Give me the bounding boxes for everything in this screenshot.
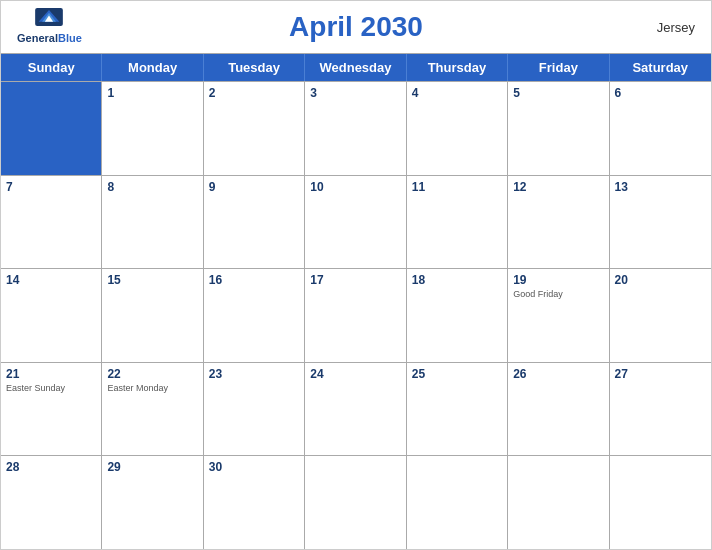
day-cell: 24: [305, 363, 406, 456]
day-number: 5: [513, 86, 603, 100]
day-cell: 11: [407, 176, 508, 269]
day-number: 25: [412, 367, 502, 381]
day-number: 27: [615, 367, 706, 381]
day-number: 4: [412, 86, 502, 100]
day-cell: 5: [508, 82, 609, 175]
calendar-header: GeneralBlue April 2030 Jersey: [1, 1, 711, 53]
day-number: 28: [6, 460, 96, 474]
day-number: 23: [209, 367, 299, 381]
week-row-4: 21Easter Sunday22Easter Monday2324252627: [1, 362, 711, 456]
day-header-wednesday: Wednesday: [305, 54, 406, 81]
holiday-label: Easter Sunday: [6, 383, 96, 393]
day-number: 2: [209, 86, 299, 100]
day-cell: 7: [1, 176, 102, 269]
day-header-monday: Monday: [102, 54, 203, 81]
day-header-friday: Friday: [508, 54, 609, 81]
day-cell: 30: [204, 456, 305, 549]
generalblue-logo-icon: [35, 8, 63, 26]
day-cell: 28: [1, 456, 102, 549]
day-cell: [1, 82, 102, 175]
week-row-3: 141516171819Good Friday20: [1, 268, 711, 362]
day-number: 6: [615, 86, 706, 100]
day-cell: 13: [610, 176, 711, 269]
day-cell: 29: [102, 456, 203, 549]
day-number: 7: [6, 180, 96, 194]
day-number: 15: [107, 273, 197, 287]
day-cell: 18: [407, 269, 508, 362]
day-number: 21: [6, 367, 96, 381]
day-cell: [407, 456, 508, 549]
day-cell: 20: [610, 269, 711, 362]
week-row-5: 282930: [1, 455, 711, 549]
day-cell: 26: [508, 363, 609, 456]
day-cell: 10: [305, 176, 406, 269]
day-number: 1: [107, 86, 197, 100]
day-cell: 3: [305, 82, 406, 175]
day-cell: 1: [102, 82, 203, 175]
week-row-1: 123456: [1, 81, 711, 175]
calendar: GeneralBlue April 2030 Jersey SundayMond…: [0, 0, 712, 550]
day-number: 30: [209, 460, 299, 474]
day-cell: 16: [204, 269, 305, 362]
day-number: 3: [310, 86, 400, 100]
day-cell: 21Easter Sunday: [1, 363, 102, 456]
day-cell: 2: [204, 82, 305, 175]
day-cell: 9: [204, 176, 305, 269]
day-cell: 6: [610, 82, 711, 175]
day-cell: 17: [305, 269, 406, 362]
day-number: 26: [513, 367, 603, 381]
day-headers-row: SundayMondayTuesdayWednesdayThursdayFrid…: [1, 54, 711, 81]
day-number: 19: [513, 273, 603, 287]
calendar-title: April 2030: [289, 11, 423, 43]
day-cell: 12: [508, 176, 609, 269]
day-cell: 23: [204, 363, 305, 456]
calendar-grid: SundayMondayTuesdayWednesdayThursdayFrid…: [1, 53, 711, 549]
day-cell: [508, 456, 609, 549]
day-header-thursday: Thursday: [407, 54, 508, 81]
day-number: 24: [310, 367, 400, 381]
day-number: 10: [310, 180, 400, 194]
day-number: 20: [615, 273, 706, 287]
day-number: 9: [209, 180, 299, 194]
day-cell: [610, 456, 711, 549]
week-row-2: 78910111213: [1, 175, 711, 269]
day-number: 29: [107, 460, 197, 474]
day-cell: 15: [102, 269, 203, 362]
day-cell: 8: [102, 176, 203, 269]
holiday-label: Good Friday: [513, 289, 603, 299]
logo: GeneralBlue: [17, 8, 82, 46]
day-cell: 22Easter Monday: [102, 363, 203, 456]
holiday-label: Easter Monday: [107, 383, 197, 393]
day-number: 22: [107, 367, 197, 381]
day-header-sunday: Sunday: [1, 54, 102, 81]
weeks-container: 12345678910111213141516171819Good Friday…: [1, 81, 711, 549]
day-number: 17: [310, 273, 400, 287]
day-cell: 19Good Friday: [508, 269, 609, 362]
day-number: 11: [412, 180, 502, 194]
day-number: 16: [209, 273, 299, 287]
day-cell: [305, 456, 406, 549]
day-cell: 14: [1, 269, 102, 362]
day-header-saturday: Saturday: [610, 54, 711, 81]
day-number: 14: [6, 273, 96, 287]
day-number: 13: [615, 180, 706, 194]
region-label: Jersey: [657, 20, 695, 35]
day-number: 18: [412, 273, 502, 287]
day-cell: 27: [610, 363, 711, 456]
logo-general-text: GeneralBlue: [17, 28, 82, 46]
day-number: 8: [107, 180, 197, 194]
day-header-tuesday: Tuesday: [204, 54, 305, 81]
day-cell: 25: [407, 363, 508, 456]
day-number: 12: [513, 180, 603, 194]
day-cell: 4: [407, 82, 508, 175]
